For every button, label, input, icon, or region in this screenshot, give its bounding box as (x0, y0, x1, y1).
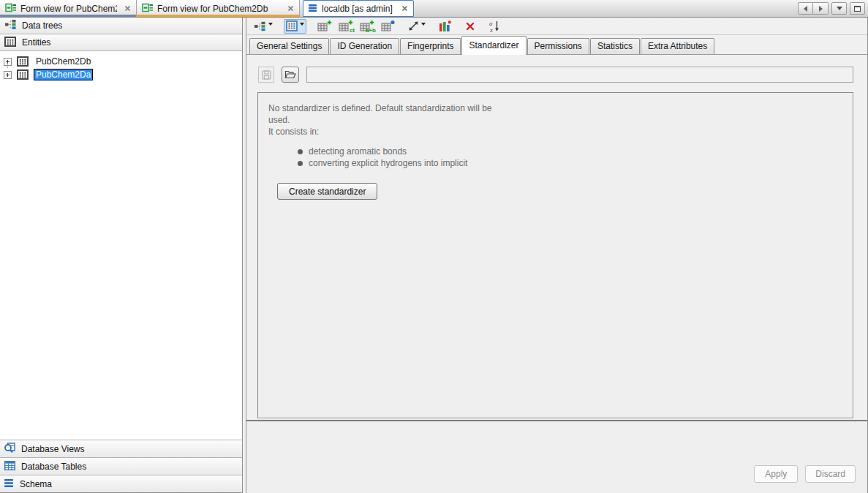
window-tab-bar: Form view for PubChem2Da Form view for P… (0, 0, 868, 18)
window-tab-form-view-pubchem2db[interactable]: Form view for PubChem2Db (137, 0, 300, 17)
sidebar-section-database-views[interactable]: Database Views (0, 440, 242, 458)
save-icon (262, 70, 271, 80)
discard-button[interactable]: Discard (805, 465, 856, 483)
tab-id-generation[interactable]: ID Generation (330, 38, 399, 54)
table-reference-icon (381, 20, 395, 32)
sidebar-section-label: Data trees (22, 20, 62, 31)
tree-item-label-selected: PubChem2Da (34, 69, 93, 80)
tab-underline (0, 15, 136, 17)
statistics-bars-icon (439, 20, 451, 32)
window-tab-form-view-pubchem2da[interactable]: Form view for PubChem2Da (0, 0, 137, 17)
grid-view-menu-button[interactable] (284, 19, 306, 34)
sidebar-section-label: Schema (20, 479, 52, 489)
standardization-steps-list: detecting aromatic bonds converting expl… (298, 146, 842, 169)
list-item-text: converting explicit hydrogens into impli… (309, 157, 467, 169)
new-union-table-button[interactable]: a+b (358, 19, 377, 34)
data-tree-menu-icon (254, 20, 266, 32)
message-line: used. (268, 114, 842, 126)
standardizer-path-field[interactable] (306, 67, 853, 83)
new-table-button[interactable] (315, 19, 334, 34)
maximize-icon (854, 6, 861, 12)
window-tab-label: Form view for PubChem2Db (157, 4, 280, 14)
tab-statistics[interactable]: Statistics (590, 38, 640, 54)
crosstab-badge: ct (350, 28, 355, 34)
tab-fingerprints[interactable]: Fingerprints (400, 38, 461, 54)
tab-permissions[interactable]: Permissions (527, 38, 589, 54)
create-standardizer-button[interactable]: Create standardizer (277, 183, 377, 200)
schema-list-icon (309, 4, 317, 14)
close-icon[interactable] (124, 5, 131, 12)
table-reference-button[interactable] (379, 19, 397, 34)
delete-button[interactable] (462, 19, 478, 34)
tree-item-label: PubChem2Db (34, 56, 93, 67)
footer-buttons: Apply Discard (754, 465, 856, 483)
sidebar-bottom-sections: Database Views Database Tables Schema (0, 440, 242, 493)
expand-plus-icon[interactable] (4, 71, 12, 79)
sort-button[interactable]: az (486, 19, 502, 34)
tab-list-dropdown-button[interactable] (831, 2, 847, 15)
svg-text:z: z (490, 26, 493, 33)
sidebar-section-schema[interactable]: Schema (0, 475, 242, 493)
footer-bar: Apply Discard (246, 420, 867, 493)
close-icon[interactable] (287, 5, 294, 12)
main-toolbar: ct a+b az (246, 18, 867, 35)
data-trees-icon (4, 19, 16, 32)
open-standardizer-button[interactable] (282, 67, 299, 83)
list-item-text: detecting aromatic bonds (309, 146, 407, 157)
bullet-icon (298, 149, 303, 154)
settings-tab-strip: General Settings ID Generation Fingerpri… (246, 35, 867, 55)
database-tables-icon (4, 461, 15, 473)
sidebar-section-label: Entities (22, 37, 50, 48)
entity-table-icon (17, 56, 29, 67)
union-badge: a+b (366, 28, 376, 34)
chevron-down-icon (837, 7, 842, 10)
delete-icon (466, 22, 475, 31)
standardizer-tab-content: No standardizer is defined. Default stan… (246, 55, 867, 420)
statistics-button[interactable] (437, 19, 453, 34)
new-crosstab-table-button[interactable]: ct (336, 19, 355, 34)
main-panel: ct a+b az General (246, 18, 868, 493)
message-line: It consists in: (268, 126, 842, 138)
nav-back-button[interactable] (798, 2, 813, 15)
chevron-down-icon (268, 23, 273, 26)
apply-button[interactable]: Apply (754, 465, 798, 483)
add-table-icon (317, 20, 332, 32)
workspace: Data trees Entities PubChem2Db PubChe (0, 18, 868, 493)
chevron-left-icon (804, 6, 807, 12)
diagonal-resize-menu-icon (408, 20, 419, 31)
form-view-icon (5, 3, 16, 15)
resize-menu-button[interactable] (406, 19, 428, 34)
data-tree-menu-button[interactable] (252, 19, 275, 34)
tab-underline (137, 15, 299, 17)
close-icon[interactable] (401, 5, 408, 12)
maximize-button[interactable] (850, 2, 865, 15)
chevron-down-icon (421, 23, 426, 26)
list-item: converting explicit hydrogens into impli… (298, 157, 842, 169)
sidebar: Data trees Entities PubChem2Db PubChe (0, 18, 243, 493)
sidebar-section-database-tables[interactable]: Database Tables (0, 458, 242, 475)
schema-list-icon (4, 479, 14, 489)
sort-az-icon: az (488, 20, 500, 32)
entities-tree: PubChem2Db PubChem2Da (0, 51, 242, 440)
bullet-icon (298, 161, 303, 166)
chevron-right-icon (819, 6, 823, 12)
sidebar-section-entities[interactable]: Entities (0, 34, 242, 51)
tab-extra-attributes[interactable]: Extra Attributes (641, 38, 714, 54)
nav-forward-button[interactable] (813, 2, 829, 15)
chevron-down-icon (300, 23, 304, 26)
entity-table-icon (4, 37, 16, 49)
sidebar-section-label: Database Views (21, 444, 85, 454)
window-tab-localdb[interactable]: localdb [as admin] (303, 0, 414, 17)
tab-general-settings[interactable]: General Settings (249, 38, 329, 54)
tree-item-pubchem2db[interactable]: PubChem2Db (0, 55, 242, 68)
tab-standardizer[interactable]: Standardizer (461, 36, 526, 55)
standardizer-message-panel: No standardizer is defined. Default stan… (257, 92, 853, 418)
standardizer-file-row (258, 67, 853, 83)
save-standardizer-button[interactable] (258, 67, 274, 83)
tree-item-pubchem2da[interactable]: PubChem2Da (0, 68, 242, 81)
sidebar-section-label: Database Tables (21, 462, 86, 472)
tab-bar-controls (798, 0, 868, 17)
window-tab-label: Form view for PubChem2Da (20, 4, 117, 14)
sidebar-section-data-trees[interactable]: Data trees (0, 18, 242, 34)
entity-table-icon (17, 69, 29, 80)
